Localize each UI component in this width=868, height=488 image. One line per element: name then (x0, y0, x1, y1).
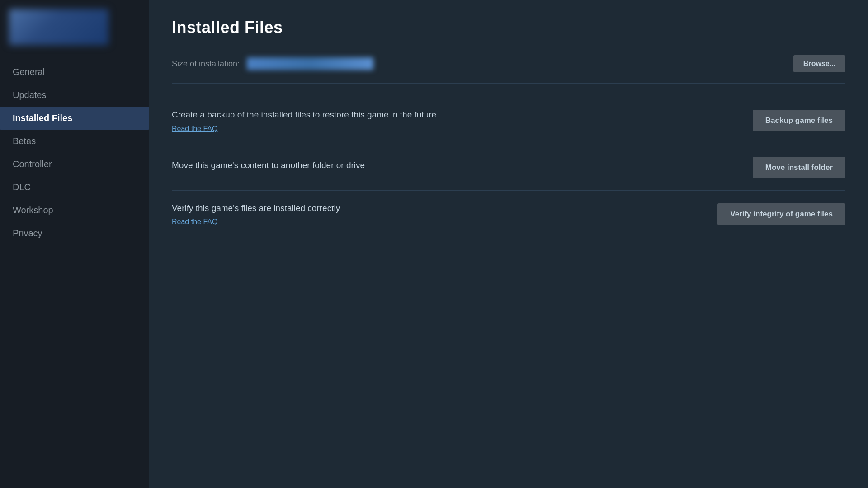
section-text-backup: Create a backup of the installed files t… (172, 109, 735, 133)
sidebar-item-workshop[interactable]: Workshop (0, 199, 149, 222)
install-size-row: Size of installation: Browse... (172, 55, 845, 84)
main-content: Installed Files Size of installation: Br… (149, 0, 868, 488)
install-size-label: Size of installation: (172, 59, 240, 69)
section-action-verify: Verify integrity of game files (717, 203, 845, 225)
browse-button[interactable]: Browse... (793, 55, 845, 72)
section-verify: Verify this game's files are installed c… (172, 191, 845, 238)
sidebar-item-updates[interactable]: Updates (0, 84, 149, 107)
sidebar-item-installed-files[interactable]: Installed Files (0, 107, 149, 130)
section-action-backup: Backup game files (753, 110, 845, 131)
page-title: Installed Files (172, 18, 845, 37)
section-description-verify: Verify this game's files are installed c… (172, 202, 699, 215)
section-description-move: Move this game's content to another fold… (172, 160, 735, 172)
sidebar-item-betas[interactable]: Betas (0, 130, 149, 153)
section-description-backup: Create a backup of the installed files t… (172, 109, 735, 121)
sidebar-item-general[interactable]: General (0, 61, 149, 84)
sidebar: GeneralUpdatesInstalled FilesBetasContro… (0, 0, 149, 488)
section-action-move: Move install folder (753, 157, 845, 178)
game-thumbnail (9, 9, 108, 45)
section-text-move: Move this game's content to another fold… (172, 160, 735, 175)
sidebar-item-controller[interactable]: Controller (0, 153, 149, 176)
install-size-value (247, 57, 373, 70)
section-backup: Create a backup of the installed files t… (172, 97, 845, 145)
sidebar-item-privacy[interactable]: Privacy (0, 222, 149, 245)
move-button[interactable]: Move install folder (753, 157, 845, 178)
sidebar-item-dlc[interactable]: DLC (0, 176, 149, 199)
sections-container: Create a backup of the installed files t… (172, 97, 845, 238)
install-size-left: Size of installation: (172, 57, 373, 70)
section-faq-link-verify[interactable]: Read the FAQ (172, 218, 217, 225)
game-header (0, 0, 149, 56)
backup-button[interactable]: Backup game files (753, 110, 845, 131)
section-faq-link-backup[interactable]: Read the FAQ (172, 125, 217, 132)
sidebar-nav: GeneralUpdatesInstalled FilesBetasContro… (0, 56, 149, 488)
section-move: Move this game's content to another fold… (172, 145, 845, 191)
verify-button[interactable]: Verify integrity of game files (717, 203, 845, 225)
section-text-verify: Verify this game's files are installed c… (172, 202, 699, 226)
